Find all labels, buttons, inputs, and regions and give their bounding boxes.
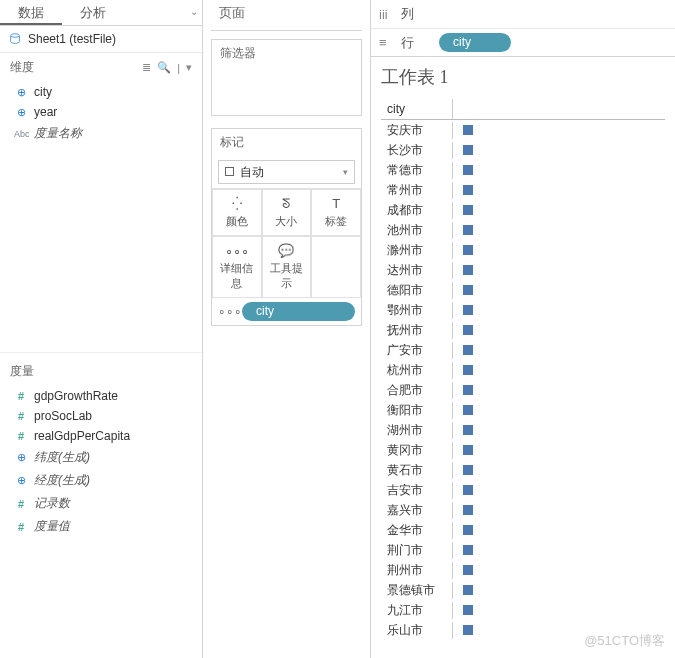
chevron-down-icon: ▾: [343, 167, 348, 177]
measure-field[interactable]: #proSocLab: [0, 406, 202, 426]
abc-icon: Abc: [14, 129, 28, 139]
table-row[interactable]: 德阳市: [381, 280, 665, 300]
table-row[interactable]: 景德镇市: [381, 580, 665, 600]
data-mark[interactable]: [463, 545, 473, 555]
viz-rows[interactable]: 安庆市长沙市常德市常州市成都市池州市滁州市达州市德阳市鄂州市抚州市广安市杭州市合…: [381, 120, 665, 640]
data-mark[interactable]: [463, 285, 473, 295]
data-mark[interactable]: [463, 505, 473, 515]
measure-field[interactable]: #gdpGrowthRate: [0, 386, 202, 406]
datasource-icon: [8, 32, 22, 46]
row-label: 乐山市: [381, 622, 453, 639]
mark-btn-大小[interactable]: ᘕ大小: [262, 189, 312, 236]
datasource-row[interactable]: Sheet1 (testFile): [0, 26, 202, 53]
data-mark[interactable]: [463, 385, 473, 395]
data-mark[interactable]: [463, 405, 473, 415]
table-row[interactable]: 荆门市: [381, 540, 665, 560]
data-mark[interactable]: [463, 225, 473, 235]
detail-icon[interactable]: ∘∘∘: [218, 305, 238, 319]
table-row[interactable]: 成都市: [381, 200, 665, 220]
data-mark[interactable]: [463, 165, 473, 175]
data-mark[interactable]: [463, 465, 473, 475]
table-row[interactable]: 衡阳市: [381, 400, 665, 420]
data-mark[interactable]: [463, 625, 473, 635]
data-mark[interactable]: [463, 145, 473, 155]
rows-pill-city[interactable]: city: [439, 33, 511, 52]
table-row[interactable]: 嘉兴市: [381, 500, 665, 520]
table-row[interactable]: 金华市: [381, 520, 665, 540]
row-label: 常州市: [381, 182, 453, 199]
mark-type-select[interactable]: 自动 ▾: [218, 160, 355, 184]
data-mark[interactable]: [463, 565, 473, 575]
tab-analysis[interactable]: 分析: [62, 0, 124, 25]
data-mark[interactable]: [463, 485, 473, 495]
table-row[interactable]: 滁州市: [381, 240, 665, 260]
table-row[interactable]: 抚州市: [381, 320, 665, 340]
table-row[interactable]: 长沙市: [381, 140, 665, 160]
data-mark[interactable]: [463, 525, 473, 535]
data-mark[interactable]: [463, 365, 473, 375]
table-row[interactable]: 常德市: [381, 160, 665, 180]
dimensions-list: ⊕city⊕yearAbc度量名称: [0, 80, 202, 147]
table-row[interactable]: 杭州市: [381, 360, 665, 380]
data-mark[interactable]: [463, 445, 473, 455]
tab-data[interactable]: 数据: [0, 0, 62, 25]
data-mark[interactable]: [463, 205, 473, 215]
rows-shelf[interactable]: ≡ 行 city: [371, 28, 675, 56]
table-row[interactable]: 吉安市: [381, 480, 665, 500]
measure-field[interactable]: #度量值: [0, 515, 202, 538]
measure-field[interactable]: ⊕经度(生成): [0, 469, 202, 492]
measures-list: #gdpGrowthRate#proSocLab#realGdpPerCapit…: [0, 384, 202, 658]
data-mark[interactable]: [463, 125, 473, 135]
field-label: 度量值: [34, 518, 70, 535]
measure-field[interactable]: #realGdpPerCapita: [0, 426, 202, 446]
table-row[interactable]: 黄冈市: [381, 440, 665, 460]
dimension-field[interactable]: Abc度量名称: [0, 122, 202, 145]
table-row[interactable]: 广安市: [381, 340, 665, 360]
mark-btn-icon: 💬: [265, 243, 309, 259]
worksheet-title[interactable]: 工作表 1: [381, 65, 665, 89]
dimension-field[interactable]: ⊕city: [0, 82, 202, 102]
data-mark[interactable]: [463, 305, 473, 315]
hash-icon: #: [14, 498, 28, 510]
measure-field[interactable]: ⊕纬度(生成): [0, 446, 202, 469]
view-list-icon[interactable]: ≣: [142, 61, 151, 74]
row-label: 九江市: [381, 602, 453, 619]
row-label: 达州市: [381, 262, 453, 279]
table-row[interactable]: 鄂州市: [381, 300, 665, 320]
table-row[interactable]: 池州市: [381, 220, 665, 240]
measure-field[interactable]: #记录数: [0, 492, 202, 515]
table-row[interactable]: 合肥市: [381, 380, 665, 400]
data-mark[interactable]: [463, 345, 473, 355]
worksheet-pane: iii 列 ≡ 行 city 工作表 1 city 安庆市长沙市常德市常州市成都…: [371, 0, 675, 658]
data-mark[interactable]: [463, 245, 473, 255]
data-mark[interactable]: [463, 265, 473, 275]
menu-caret-icon[interactable]: ▾: [186, 61, 192, 74]
data-mark[interactable]: [463, 185, 473, 195]
detail-pill-city[interactable]: city: [242, 302, 355, 321]
data-mark[interactable]: [463, 605, 473, 615]
data-mark[interactable]: [463, 585, 473, 595]
table-row[interactable]: 黄石市: [381, 460, 665, 480]
viz-header-city[interactable]: city: [381, 99, 453, 119]
table-row[interactable]: 湖州市: [381, 420, 665, 440]
tab-dropdown-icon[interactable]: ⌄: [190, 0, 202, 25]
table-row[interactable]: 荆州市: [381, 560, 665, 580]
table-row[interactable]: 达州市: [381, 260, 665, 280]
table-row[interactable]: 常州市: [381, 180, 665, 200]
data-mark[interactable]: [463, 325, 473, 335]
mark-btn-标签[interactable]: T标签: [311, 189, 361, 236]
mark-btn-颜色[interactable]: ⁛颜色: [212, 189, 262, 236]
mark-btn-工具提示[interactable]: 💬工具提示: [262, 236, 312, 298]
cards-pane: 页面 筛选器 标记 自动 ▾ ⁛颜色ᘕ大小T标签 ∘∘∘详细信息💬工具提示 ∘∘…: [203, 0, 371, 658]
mark-btn-详细信息[interactable]: ∘∘∘详细信息: [212, 236, 262, 298]
table-row[interactable]: 安庆市: [381, 120, 665, 140]
table-row[interactable]: 九江市: [381, 600, 665, 620]
row-label: 滁州市: [381, 242, 453, 259]
columns-shelf[interactable]: iii 列: [371, 0, 675, 28]
filters-drop-area[interactable]: [212, 67, 361, 115]
data-mark[interactable]: [463, 425, 473, 435]
row-label: 金华市: [381, 522, 453, 539]
row-label: 衡阳市: [381, 402, 453, 419]
search-icon[interactable]: 🔍: [157, 61, 171, 74]
dimension-field[interactable]: ⊕year: [0, 102, 202, 122]
